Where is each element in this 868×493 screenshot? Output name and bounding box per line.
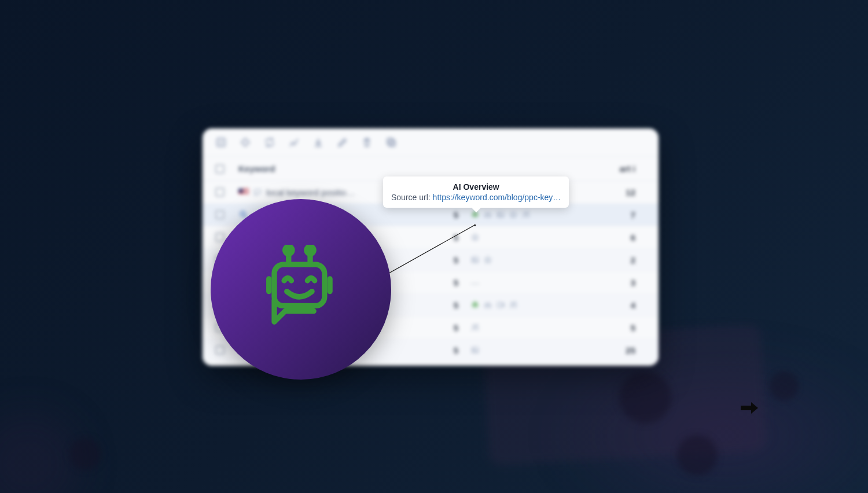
svg-point-9 xyxy=(474,214,475,215)
svg-rect-17 xyxy=(473,303,477,307)
svg-point-4 xyxy=(241,212,245,216)
svg-point-14 xyxy=(527,212,529,214)
value-cell: 5 xyxy=(400,210,470,220)
row-checkbox[interactable] xyxy=(215,210,225,219)
image-icon xyxy=(470,345,480,355)
right-value-cell: 7 xyxy=(557,210,646,220)
svg-point-34 xyxy=(306,246,313,253)
tooltip-title: AI Overview xyxy=(391,182,561,192)
right-value-cell: 3 xyxy=(557,278,646,288)
copy-icon[interactable] xyxy=(385,137,397,148)
svg-rect-27 xyxy=(472,347,479,352)
tooltip-source-label: Source url: xyxy=(391,193,433,202)
value-cell: 5 xyxy=(400,233,470,242)
edit-icon[interactable] xyxy=(215,137,227,148)
value-cell: 5 xyxy=(400,323,470,333)
serp-icons-cell xyxy=(470,232,557,242)
pencil-icon[interactable] xyxy=(337,137,348,148)
svg-rect-2 xyxy=(387,138,393,144)
value-cell: 5 xyxy=(400,255,470,265)
right-value-cell: 12 xyxy=(557,187,646,197)
dash-icon: — xyxy=(470,277,480,288)
people-icon xyxy=(470,322,480,333)
svg-point-32 xyxy=(285,246,292,253)
svg-point-13 xyxy=(524,212,526,214)
row-checkbox[interactable] xyxy=(215,345,225,355)
value-cell: 5 xyxy=(400,300,470,310)
svg-point-24 xyxy=(514,302,516,304)
arrow-right-icon xyxy=(741,401,758,415)
keyword-text: local keyword positio… xyxy=(266,187,355,197)
people-icon xyxy=(521,209,531,220)
bg-shape xyxy=(619,371,671,424)
tag-icon[interactable] xyxy=(240,137,251,148)
header-keyword[interactable]: Keyword xyxy=(238,164,400,174)
people-icon xyxy=(508,300,518,310)
svg-point-25 xyxy=(473,325,475,327)
svg-rect-3 xyxy=(255,189,261,193)
serp-icons-cell xyxy=(470,255,557,265)
keyword-cell: local keyword positio… xyxy=(238,187,400,197)
right-value-cell: 4 xyxy=(557,300,646,310)
magnifier-circle xyxy=(211,200,391,379)
svg-point-21 xyxy=(476,304,476,305)
svg-rect-1 xyxy=(389,141,395,146)
row-checkbox[interactable] xyxy=(215,233,225,242)
trash-icon[interactable] xyxy=(361,137,373,148)
svg-rect-15 xyxy=(472,257,479,262)
chart-icon[interactable] xyxy=(288,137,300,148)
svg-rect-11 xyxy=(498,212,504,217)
image-icon xyxy=(495,209,506,220)
refresh-icon[interactable] xyxy=(264,137,275,148)
tooltip-source-link[interactable]: https://keyword.com/blog/ppc-key… xyxy=(433,193,561,202)
bg-shape xyxy=(69,438,101,470)
chat-icon xyxy=(252,187,263,197)
video-icon xyxy=(495,300,506,310)
svg-point-23 xyxy=(511,302,513,304)
right-value-cell: 2 xyxy=(557,255,646,265)
toolbar xyxy=(203,128,659,157)
robot-icon xyxy=(256,245,346,334)
star-icon xyxy=(470,232,480,242)
select-all-checkbox[interactable] xyxy=(215,164,225,174)
svg-rect-35 xyxy=(274,264,325,306)
image-icon xyxy=(470,255,480,265)
bg-shape xyxy=(770,371,799,400)
star-icon xyxy=(483,255,493,265)
svg-point-26 xyxy=(476,325,478,326)
serp-icons-cell xyxy=(470,300,557,310)
star-icon xyxy=(508,209,518,220)
download-icon[interactable] xyxy=(312,137,324,148)
right-value-cell: 6 xyxy=(557,233,646,242)
right-value-cell: 25 xyxy=(557,345,646,355)
header-right[interactable]: art i xyxy=(557,164,646,174)
svg-point-20 xyxy=(474,304,475,305)
tooltip-body: Source url: https://keyword.com/blog/ppc… xyxy=(391,193,561,202)
svg-rect-22 xyxy=(498,303,502,307)
bg-shape xyxy=(677,435,718,476)
svg-rect-6 xyxy=(473,213,477,216)
row-checkbox[interactable] xyxy=(215,187,225,197)
bg-shape xyxy=(0,412,81,493)
crown-icon xyxy=(483,209,493,220)
right-value-cell: 5 xyxy=(557,323,646,333)
serp-icons-cell xyxy=(470,209,557,220)
serp-icons-cell xyxy=(470,322,557,333)
svg-point-10 xyxy=(476,214,476,215)
crown-icon xyxy=(483,300,493,310)
serp-icons-cell: — xyxy=(470,277,557,288)
value-cell: 5 xyxy=(400,278,470,288)
serp-icons-cell xyxy=(470,345,557,355)
value-cell: 5 xyxy=(400,345,470,355)
ai-overview-tooltip: AI Overview Source url: https://keyword.… xyxy=(383,176,569,208)
flag-us-icon xyxy=(238,189,249,196)
robot-icon xyxy=(470,300,480,310)
